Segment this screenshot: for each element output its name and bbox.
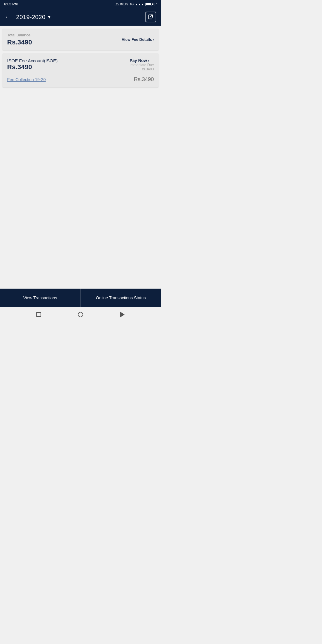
fee-header-right: Pay Now › Immediate Due Rs.3490 bbox=[130, 58, 154, 71]
fee-account-header: ISOE Fee Account(ISOE) Rs.3490 Pay Now ›… bbox=[7, 58, 154, 72]
pay-now-label: Pay Now bbox=[130, 58, 147, 63]
year-dropdown-arrow[interactable]: ▼ bbox=[47, 15, 51, 19]
export-button[interactable] bbox=[145, 12, 156, 22]
status-time: 6:05 PM bbox=[4, 2, 18, 6]
battery-percent: 87 bbox=[154, 3, 157, 6]
back-button[interactable]: ← bbox=[5, 13, 11, 21]
network-speed: ...29.0KB/s bbox=[114, 3, 128, 6]
fee-account-name: ISOE Fee Account(ISOE) bbox=[7, 58, 58, 63]
view-transactions-button[interactable]: View Transactions bbox=[0, 289, 81, 307]
year-selector-label[interactable]: 2019-2020 bbox=[16, 14, 45, 21]
total-balance-amount: Rs.3490 bbox=[7, 38, 32, 46]
view-fee-details-label: View Fee Details bbox=[122, 37, 152, 42]
android-nav-bar bbox=[0, 307, 161, 322]
fee-account-amount: Rs.3490 bbox=[7, 63, 58, 71]
fee-account-card: ISOE Fee Account(ISOE) Rs.3490 Pay Now ›… bbox=[2, 53, 159, 87]
android-home-button[interactable] bbox=[78, 312, 83, 317]
total-balance-label: Total Balance bbox=[7, 33, 32, 37]
immediate-due-label: Immediate Due bbox=[130, 63, 154, 67]
fee-account-name-amount: ISOE Fee Account(ISOE) Rs.3490 bbox=[7, 58, 58, 72]
view-fee-details-button[interactable]: View Fee Details › bbox=[122, 37, 154, 42]
svg-line-1 bbox=[150, 15, 152, 17]
page-wrapper: 6:05 PM ...29.0KB/s 4G ▲▲▲ 87 ← 2019-202… bbox=[0, 0, 161, 322]
fee-collection-amount: Rs.3490 bbox=[134, 76, 154, 83]
online-transactions-label: Online Transactions Status bbox=[96, 295, 146, 300]
battery-icon bbox=[145, 3, 152, 6]
header-title: 2019-2020 ▼ bbox=[16, 14, 145, 21]
view-transactions-label: View Transactions bbox=[23, 295, 57, 300]
android-back-button[interactable] bbox=[120, 312, 125, 318]
battery-fill bbox=[146, 3, 151, 5]
export-icon bbox=[148, 14, 154, 20]
online-transactions-status-button[interactable]: Online Transactions Status bbox=[81, 289, 161, 307]
fee-collection-label[interactable]: Fee Collection 19-20 bbox=[7, 77, 46, 82]
content-area: Total Balance Rs.3490 View Fee Details ›… bbox=[0, 26, 161, 289]
total-balance-left: Total Balance Rs.3490 bbox=[7, 33, 32, 46]
status-bar-right: ...29.0KB/s 4G ▲▲▲ 87 bbox=[114, 3, 157, 6]
pay-now-button[interactable]: Pay Now › bbox=[130, 58, 154, 63]
total-balance-card: Total Balance Rs.3490 View Fee Details › bbox=[2, 29, 159, 50]
android-square-button[interactable] bbox=[36, 312, 41, 317]
chevron-right-icon: › bbox=[153, 38, 154, 42]
status-bar: 6:05 PM ...29.0KB/s 4G ▲▲▲ 87 bbox=[0, 0, 161, 8]
app-header: ← 2019-2020 ▼ bbox=[0, 8, 161, 26]
signal-icon: ▲▲▲ bbox=[135, 3, 144, 6]
bottom-navigation: View Transactions Online Transactions St… bbox=[0, 289, 161, 307]
fee-collection-row: Fee Collection 19-20 Rs.3490 bbox=[7, 76, 154, 83]
network-type: 4G bbox=[130, 3, 134, 6]
pay-now-chevron: › bbox=[148, 58, 149, 63]
immediate-due-amount: Rs.3490 bbox=[130, 67, 154, 71]
